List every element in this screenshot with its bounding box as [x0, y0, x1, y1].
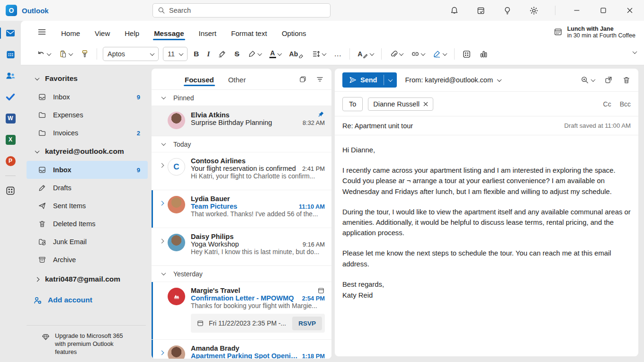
subject-row[interactable]: Re: Apartment unit tour Draft saved at 1…	[335, 116, 638, 135]
tab-help[interactable]: Help	[124, 23, 140, 43]
account-inbox[interactable]: Inbox 9	[27, 161, 148, 179]
message-row-daisy-philips[interactable]: Daisy Philips Yoga Workshop9:16 AM Hey K…	[152, 228, 331, 265]
highlight-button[interactable]	[246, 47, 263, 61]
recipient-name: Dianne Russell	[373, 100, 420, 108]
chevron-right-icon	[35, 277, 40, 282]
message-row-amanda-brady[interactable]: Amanda Brady Apartment Parking Spot Open…	[152, 339, 331, 359]
rail-calendar-icon[interactable]	[3, 48, 18, 61]
outlook-logo-icon[interactable]: O	[6, 5, 17, 16]
tips-icon[interactable]	[501, 4, 514, 17]
account-archive[interactable]: Archive	[27, 251, 148, 269]
tab-focused[interactable]: Focused	[184, 70, 215, 88]
message-row-elvia-atkins[interactable]: Elvia Atkins Surprise Birthday Planning8…	[152, 106, 331, 136]
account-drafts[interactable]: Drafts	[27, 179, 148, 197]
message-row-margies-travel[interactable]: Margie's Travel Confirmation Letter - MP…	[152, 282, 331, 339]
expand-chevron-icon[interactable]	[155, 195, 168, 223]
settings-gear-icon[interactable]	[527, 4, 540, 17]
rail-mail-icon[interactable]	[3, 26, 18, 40]
line-spacing-button[interactable]	[310, 47, 328, 61]
apps-button[interactable]	[460, 47, 473, 61]
my-day-icon[interactable]	[474, 4, 487, 17]
favorites-inbox[interactable]: Inbox 9	[27, 88, 148, 106]
favorites-expenses[interactable]: Expenses	[27, 106, 148, 124]
select-messages-icon[interactable]	[299, 75, 307, 83]
clear-formatting-brush-button[interactable]	[216, 47, 228, 61]
search-bar[interactable]	[152, 3, 331, 18]
insert-link-button[interactable]	[409, 47, 427, 61]
recipient-pill[interactable]: Dianne Russell	[368, 97, 433, 111]
send-options-dropdown[interactable]	[384, 72, 397, 88]
section-today[interactable]: Today	[152, 136, 331, 152]
avatar	[168, 112, 185, 129]
tab-other[interactable]: Other	[227, 70, 247, 88]
styles-button[interactable]: A	[356, 48, 376, 61]
tab-home[interactable]: Home	[60, 23, 81, 43]
paste-button[interactable]	[57, 47, 74, 61]
to-button[interactable]: To	[342, 97, 363, 111]
filter-icon[interactable]	[316, 75, 324, 83]
section-pinned[interactable]: Pinned	[152, 89, 331, 106]
rsvp-button[interactable]: RSVP	[292, 317, 322, 330]
bcc-button[interactable]: Bcc	[620, 100, 631, 108]
send-button[interactable]: Send	[342, 72, 384, 88]
tab-options[interactable]: Options	[281, 23, 307, 43]
message-body-editor[interactable]: Hi Dianne, I recently came across your a…	[335, 135, 638, 320]
discard-trash-icon[interactable]	[622, 76, 631, 84]
format-painter-button[interactable]	[79, 47, 91, 61]
from-selector[interactable]: From: katyreid@outlook.com	[405, 76, 501, 84]
zoom-control[interactable]	[581, 76, 595, 84]
tab-insert[interactable]: Insert	[198, 23, 218, 43]
gmail-account-header[interactable]: katri0487@gmail.com	[21, 269, 152, 290]
clear-all-formatting-button[interactable]: Ab	[287, 48, 306, 61]
rail-todo-icon[interactable]	[3, 90, 18, 104]
poll-button[interactable]	[477, 47, 490, 61]
section-yesterday[interactable]: Yesterday	[152, 265, 331, 282]
open-in-new-window-icon[interactable]	[604, 76, 613, 84]
expand-chevron-icon[interactable]	[155, 233, 168, 261]
recipient-row: To Dianne Russell Cc Bcc	[335, 92, 638, 116]
message-row-contoso-airlines[interactable]: C Contoso Airlines Your flight reservati…	[152, 152, 331, 190]
strikethrough-button[interactable]: S	[233, 47, 241, 61]
account-sent-items[interactable]: Sent Items	[27, 197, 148, 215]
font-size-select[interactable]: 11	[163, 47, 188, 61]
tab-message[interactable]: Message	[153, 23, 185, 43]
signature-button[interactable]	[431, 47, 448, 61]
cc-button[interactable]: Cc	[603, 100, 611, 108]
rail-powerpoint-icon[interactable]: P	[3, 154, 18, 168]
rail-word-icon[interactable]: W	[3, 112, 18, 125]
minimize-button[interactable]	[570, 4, 583, 17]
favorites-invoices[interactable]: Invoices 2	[27, 124, 148, 142]
font-name-select[interactable]: Aptos	[103, 47, 159, 61]
drafts-pencil-icon	[38, 184, 46, 192]
favorites-header[interactable]: Favorites	[21, 69, 152, 88]
more-formatting-button[interactable]: …	[332, 47, 344, 61]
rail-people-icon[interactable]	[3, 69, 18, 82]
expand-chevron-icon[interactable]	[155, 157, 168, 185]
add-account-button[interactable]: Add account	[21, 290, 152, 310]
account-junk-email[interactable]: Junk Email	[27, 233, 148, 251]
remove-recipient-icon[interactable]	[423, 102, 428, 106]
italic-button[interactable]: I	[205, 47, 212, 61]
attach-file-button[interactable]	[387, 47, 405, 61]
notifications-icon[interactable]	[447, 4, 461, 17]
rail-more-apps-icon[interactable]	[3, 184, 18, 197]
unread-indicator	[152, 340, 153, 359]
hamburger-menu-icon[interactable]	[34, 24, 50, 40]
account-deleted-items[interactable]: Deleted Items	[27, 215, 148, 233]
bold-button[interactable]: B	[192, 47, 201, 61]
rail-excel-icon[interactable]: X	[3, 133, 18, 146]
message-row-lydia-bauer[interactable]: Lydia Bauer Team Pictures11:10 AM That w…	[152, 190, 331, 228]
close-button[interactable]	[623, 4, 636, 17]
font-color-button[interactable]: A	[268, 47, 283, 61]
tab-format-text[interactable]: Format text	[230, 23, 268, 43]
expand-chevron-icon[interactable]	[155, 344, 168, 359]
chevron-down-icon	[35, 76, 40, 80]
outlook-account-header[interactable]: katyreid@outlook.com	[21, 142, 152, 161]
undo-button[interactable]	[35, 47, 53, 61]
collapse-ribbon-icon[interactable]	[633, 49, 637, 54]
upgrade-promo[interactable]: Upgrade to Microsoft 365 with premium Ou…	[21, 325, 152, 362]
tab-view[interactable]: View	[94, 23, 111, 43]
event-reminder[interactable]: Lunch with Jane in 30 min at Fourth Coff…	[554, 26, 644, 39]
maximize-button[interactable]	[597, 4, 610, 17]
search-input[interactable]	[169, 7, 311, 14]
